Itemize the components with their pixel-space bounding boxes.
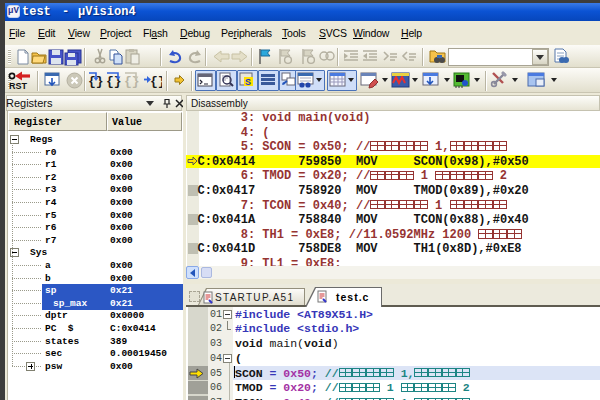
svg-text:RST: RST [9, 81, 28, 91]
svg-text:S: S [245, 77, 251, 87]
svg-text:{}: {} [150, 74, 162, 89]
svg-text:{}: {} [106, 74, 122, 89]
svg-text:{}: {} [124, 74, 140, 89]
